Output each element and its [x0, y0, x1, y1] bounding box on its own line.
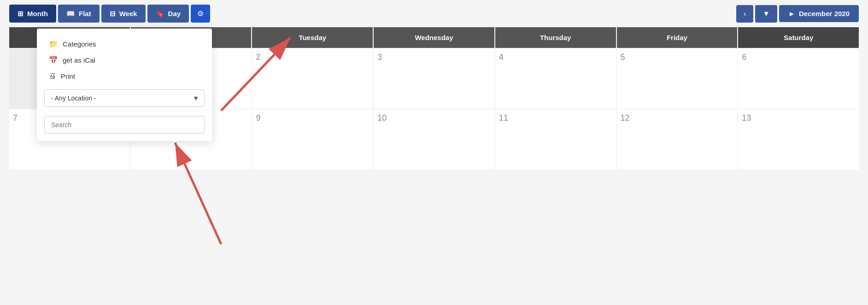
week-label: Week [119, 10, 137, 18]
table-row: 9 [252, 110, 373, 170]
week-button[interactable]: ⊟ Week [101, 5, 146, 23]
flat-button[interactable]: 📖 Flat [58, 5, 100, 23]
toolbar: ⊞ Month 📖 Flat ⊟ Week 🔖 Day ⚙ ‹ [0, 0, 868, 27]
bookmark-icon: 🔖 [156, 10, 164, 18]
down-button[interactable]: ▼ [755, 5, 777, 23]
header-saturday: Saturday [738, 27, 859, 48]
header-tuesday: Tuesday [252, 27, 373, 48]
location-select-wrapper: - Any Location - Location 1 Location 2 ▼ [44, 89, 205, 107]
print-icon: 🖨 [49, 72, 56, 80]
table-row: 2 [252, 49, 373, 109]
categories-label: Categories [63, 40, 96, 48]
day-number: 9 [256, 113, 260, 123]
table-row: 5 [617, 49, 738, 109]
table-row: 13 [738, 110, 859, 170]
folder-icon: 📁 [49, 40, 58, 48]
gear-icon: ⚙ [197, 10, 204, 18]
get-ical-label: get as iCal [63, 56, 95, 64]
prev-button[interactable]: ‹ [736, 5, 753, 23]
table-row: 3 [374, 49, 494, 109]
header-friday: Friday [617, 27, 738, 48]
page-wrapper: ⊞ Month 📖 Flat ⊟ Week 🔖 Day ⚙ ‹ [0, 0, 868, 305]
day-number: 6 [742, 53, 746, 62]
month-label: Month [27, 10, 48, 18]
calendar-grid-icon: ⊞ [18, 10, 23, 18]
header-wednesday: Wednesday [374, 27, 494, 48]
print-label: Print [61, 72, 75, 80]
left-arrow-icon: ‹ [744, 10, 746, 18]
day-number: 7 [13, 113, 18, 123]
book-icon: 📖 [66, 10, 75, 18]
week-icon: ⊟ [110, 10, 116, 18]
header-thursday: Thursday [495, 27, 616, 48]
day-button[interactable]: 🔖 Day [147, 5, 189, 23]
day-number: 13 [742, 113, 751, 123]
categories-item[interactable]: 📁 Categories [44, 36, 205, 52]
table-row: 6 [738, 49, 859, 109]
table-row: 11 [495, 110, 616, 170]
day-number: 5 [621, 53, 625, 62]
day-number: 10 [377, 113, 387, 123]
day-number: 3 [377, 53, 382, 62]
month-button[interactable]: ⊞ Month [9, 5, 56, 23]
ical-icon: 📅 [49, 56, 58, 65]
next-button[interactable]: ► December 2020 [779, 5, 859, 22]
table-row: 12 [617, 110, 738, 170]
day-number: 4 [499, 53, 504, 62]
dropdown-popup: 📁 Categories 📅 get as iCal 🖨 Print - Any… [37, 29, 212, 141]
day-number: 11 [499, 113, 508, 123]
down-arrow-icon: ▼ [762, 10, 770, 18]
right-arrow-icon: ► [788, 10, 795, 18]
print-item[interactable]: 🖨 Print [44, 68, 205, 84]
toolbar-right: ‹ ▼ ► December 2020 [736, 5, 859, 23]
table-row: 10 [374, 110, 494, 170]
flat-label: Flat [79, 10, 91, 18]
day-number: 12 [621, 113, 630, 123]
month-year-label: December 2020 [799, 10, 850, 18]
search-input[interactable] [44, 116, 205, 134]
toolbar-left: ⊞ Month 📖 Flat ⊟ Week 🔖 Day ⚙ [9, 5, 210, 23]
settings-button[interactable]: ⚙ [191, 5, 210, 23]
table-row: 4 [495, 49, 616, 109]
day-label: Day [168, 10, 181, 18]
location-select[interactable]: - Any Location - Location 1 Location 2 [44, 89, 205, 107]
get-ical-item[interactable]: 📅 get as iCal [44, 52, 205, 68]
day-number: 2 [256, 53, 260, 62]
